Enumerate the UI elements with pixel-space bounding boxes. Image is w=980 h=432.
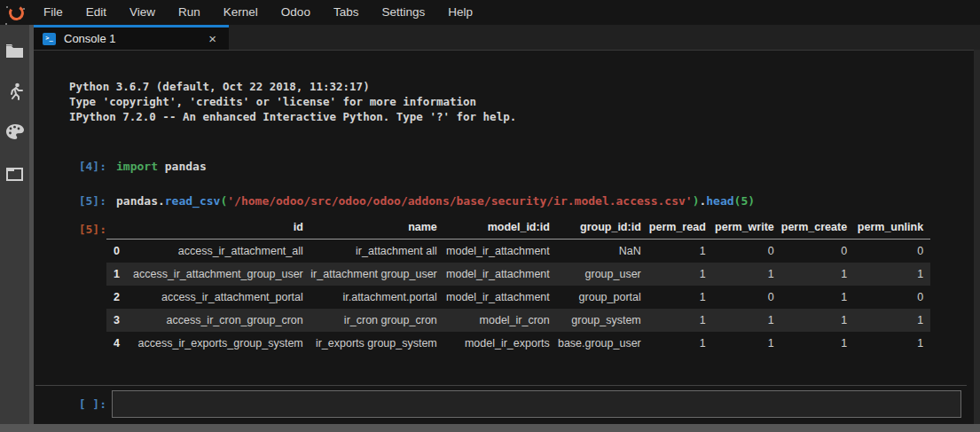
table-row: 1access_ir_attachment_group_userir_attac… (106, 263, 930, 286)
console-panel: Python 3.6.7 (default, Oct 22 2018, 11:3… (34, 50, 974, 424)
menu-item-odoo[interactable]: Odoo (270, 0, 322, 25)
column-header: id (133, 217, 310, 240)
console-cells: [4]:import pandas[5]:pandas.read_csv('/h… (34, 159, 974, 208)
column-header: perm_create (781, 217, 854, 240)
out-prompt: [5]: (34, 217, 106, 236)
table-header-row: idnamemodel_id:idgroup_id:idperm_readper… (106, 217, 930, 240)
left-sidebar (0, 25, 29, 424)
odoo-sh-logo-icon (0, 5, 32, 20)
bottom-status-strip (0, 424, 980, 432)
empty-in-prompt: [ ]: (34, 390, 106, 418)
file-browser-icon[interactable] (0, 39, 29, 62)
code-cell: [5]:pandas.read_csv('/home/odoo/src/odoo… (34, 193, 974, 208)
close-icon[interactable]: × (208, 31, 216, 46)
menu-item-edit[interactable]: Edit (74, 0, 118, 25)
code-line: pandas.read_csv('/home/odoo/src/odoo/odo… (116, 193, 755, 208)
menubar: FileEditViewRunKernelOdooTabsSettingsHel… (0, 0, 980, 25)
tab-label: Console 1 (64, 32, 116, 45)
column-header: group_id:id (557, 217, 648, 240)
table-row: 2access_ir_attachment_portalir.attachmen… (106, 286, 930, 309)
input-cell: [ ]: (34, 390, 974, 418)
running-person-icon[interactable] (0, 80, 29, 103)
column-header: name (310, 217, 444, 240)
column-header: perm_read (648, 217, 713, 240)
table-row: 3access_ir_cron_group_cronir_cron group_… (106, 309, 930, 332)
column-header: perm_write (713, 217, 781, 240)
python-banner: Python 3.6.7 (default, Oct 22 2018, 11:3… (69, 79, 974, 124)
code-cell: [4]:import pandas (34, 159, 974, 174)
column-header: perm_unlink (854, 217, 930, 240)
in-prompt: [5]: (34, 193, 106, 208)
open-tabs-icon[interactable] (0, 162, 29, 185)
menu-item-view[interactable]: View (118, 0, 167, 25)
menu-item-tabs[interactable]: Tabs (322, 0, 371, 25)
table-row: 4access_ir_exports_group_systemir_export… (106, 332, 930, 355)
console-terminal-icon: >_ (43, 33, 56, 45)
menu-item-file[interactable]: File (32, 0, 74, 25)
output-cell: [5]: idnamemodel_id:idgroup_id:idperm_re… (34, 217, 974, 355)
dataframe-table: idnamemodel_id:idgroup_id:idperm_readper… (106, 217, 930, 355)
menu-item-settings[interactable]: Settings (370, 0, 436, 25)
console-code-input[interactable] (112, 390, 961, 418)
tab-console-1[interactable]: >_ Console 1 × (34, 25, 229, 50)
menu-item-kernel[interactable]: Kernel (212, 0, 270, 25)
code-line: import pandas (116, 159, 207, 174)
tabbar: >_ Console 1 × (34, 25, 980, 50)
table-row: 0access_ir_attachment_allir_attachment a… (106, 240, 930, 263)
in-prompt: [4]: (34, 159, 106, 174)
column-header: model_id:id (444, 217, 557, 240)
palette-icon[interactable] (0, 120, 29, 143)
input-cell-divider (35, 385, 967, 386)
menu-item-run[interactable]: Run (167, 0, 212, 25)
scrollbar-gutter[interactable] (974, 50, 980, 424)
menu-item-help[interactable]: Help (436, 0, 484, 25)
menubar-items: FileEditViewRunKernelOdooTabsSettingsHel… (32, 0, 484, 25)
